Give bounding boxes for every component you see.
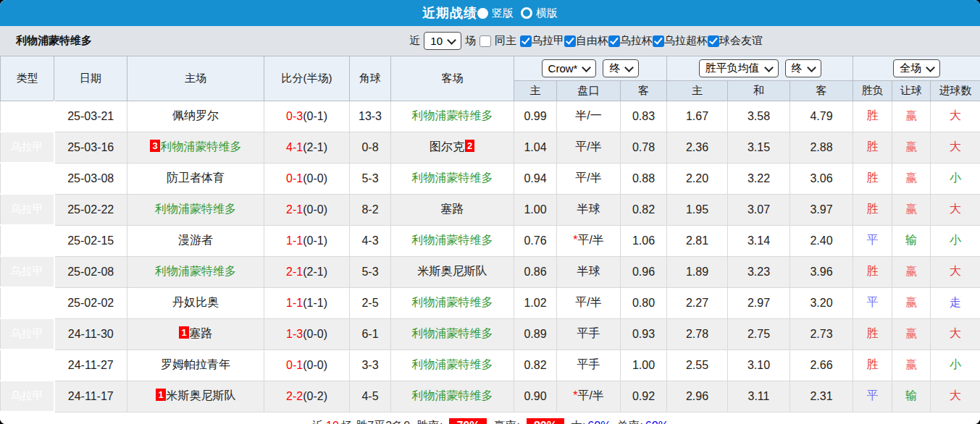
goals-result-cell: 走 (931, 287, 980, 318)
asian-home-odds-cell: 0.89 (514, 318, 557, 349)
layout-radio-label: 竖版 (492, 7, 514, 20)
halftime-score: (0-0) (303, 172, 327, 185)
team-name-text: 漫游者 (178, 234, 213, 246)
league-cell: 乌拉甲 (1, 381, 54, 412)
col-header-europe-home: 主 (667, 81, 728, 101)
league-label: 乌拉杯 (620, 34, 653, 48)
match-count-select[interactable]: 10 (424, 32, 461, 50)
asian-line-text: 平手 (577, 358, 600, 370)
filter-bar: 利物浦蒙特维多 近 10 场 同主 乌拉甲自由杯乌拉杯乌拉超杯球会友谊 (0, 26, 980, 56)
home-team-cell: 利物浦蒙特维多 (127, 256, 264, 287)
away-team-cell: 利物浦蒙特维多 (391, 287, 514, 318)
handicap-result-cell: 输 (892, 225, 931, 256)
away-team-cell: 图尔克2 (391, 132, 514, 163)
fulltime-score: 2-1 (286, 266, 303, 278)
layout-radio-selected[interactable] (477, 8, 488, 19)
asian-odds-group-header: Crow* 终 (514, 56, 667, 81)
team-name-text: 米斯奥尼斯队 (418, 265, 487, 277)
goals-result-cell: 小 (931, 225, 980, 256)
corner-cell: 5-3 (350, 256, 391, 287)
asian-away-odds-cell: 0.92 (621, 381, 667, 412)
games-label: 场 (465, 34, 476, 48)
match-row: 乌拉甲25-02-02丹奴比奥1-1(1-1)2-5利物浦蒙特维多1.02平/半… (1, 287, 980, 318)
halftime-score: (2-1) (303, 141, 327, 153)
match-row: 乌拉甲24-11-171米斯奥尼斯队2-2(0-2)4-5利物浦蒙特维多0.90… (1, 381, 980, 412)
asian-home-odds-cell: 1.04 (514, 132, 557, 163)
corner-cell: 6-1 (350, 318, 391, 349)
home-team-cell: 1塞路 (127, 318, 264, 349)
chevron-down-icon (807, 63, 816, 72)
league-checkbox[interactable] (708, 35, 719, 47)
team-name-text: 利物浦蒙特维多 (155, 265, 236, 277)
handicap-result-cell: 赢 (892, 101, 931, 132)
layout-radio-unselected[interactable] (521, 7, 532, 19)
league-cell: 乌拉甲 (1, 194, 54, 225)
europe-home-odds-cell: 1.95 (667, 194, 728, 225)
fulltime-score: 1-1 (286, 297, 303, 309)
asian-home-odds-cell: 0.99 (514, 101, 557, 132)
col-header-asian-line: 盘口 (557, 81, 621, 101)
league-checkbox[interactable] (564, 35, 576, 47)
asian-home-odds-cell: 1.00 (514, 194, 557, 225)
asian-line-text: 半/一 (575, 109, 601, 122)
europe-away-odds-cell: 2.73 (790, 318, 853, 349)
wdl-result-cell: 胜 (853, 318, 892, 349)
away-team-cell: 米斯奥尼斯队 (391, 256, 514, 287)
scope-select[interactable]: 全场 (893, 59, 940, 77)
europe-odds-group-header: 胜平负均值 终 (667, 56, 853, 81)
match-row: 乌拉甲25-03-163利物浦蒙特维多4-1(2-1)0-8图尔克21.04平/… (1, 132, 980, 163)
home-team-cell: 利物浦蒙特维多 (127, 194, 264, 225)
wdl-result-cell: 平 (853, 381, 892, 412)
asian-away-odds-cell: 0.93 (621, 318, 667, 349)
halftime-score: (2-1) (303, 266, 327, 278)
league-filter-group: 乌拉甲自由杯乌拉杯乌拉超杯球会友谊 (520, 34, 763, 48)
halftime-score: (0-0) (303, 328, 327, 340)
league-label: 乌拉甲 (532, 34, 564, 48)
goals-result-cell: 大 (931, 194, 980, 225)
europe-avg-select[interactable]: 胜平负均值 (699, 59, 779, 77)
panel-header: 近期战绩 竖版横版 (0, 0, 980, 26)
fulltime-score: 0-1 (286, 359, 303, 371)
league-checkbox[interactable] (520, 35, 532, 47)
team-name-text: 利物浦蒙特维多 (161, 140, 242, 153)
match-row: 乌拉甲24-11-27罗姆帕拉青年0-1(0-0)3-3利物浦蒙特维多0.82平… (1, 349, 980, 381)
date-cell: 25-03-08 (54, 163, 127, 194)
team-name-text: 防卫者体育 (167, 171, 225, 184)
red-card-badge: 2 (465, 140, 474, 152)
asian-home-odds-cell: 0.94 (514, 163, 557, 194)
asian-line-cell: 半球 (557, 194, 621, 225)
goals-result-cell: 大 (931, 101, 980, 132)
corner-cell: 8-2 (350, 194, 391, 225)
europe-draw-odds-cell: 3.15 (728, 132, 790, 163)
wdl-result-cell: 胜 (853, 163, 892, 194)
asian-away-odds-cell: 0.83 (621, 101, 667, 132)
europe-home-odds-cell: 2.27 (667, 287, 728, 318)
wdl-result-cell: 胜 (853, 349, 892, 381)
score-cell: 1-3(0-0) (264, 318, 350, 349)
odds-company-select[interactable]: Crow* (542, 59, 597, 77)
europe-home-odds-cell: 2.55 (667, 349, 728, 381)
summary-near-label: 近 (312, 419, 324, 424)
halftime-score: (0-0) (303, 359, 327, 371)
red-card-badge: 3 (150, 140, 159, 152)
asian-line-text: 平/半 (577, 389, 603, 402)
europe-final-select[interactable]: 终 (785, 59, 821, 77)
team-name-text: 塞路 (190, 327, 213, 339)
asian-line-cell: 平/半 (557, 132, 621, 163)
league-checkbox[interactable] (608, 35, 620, 47)
handicap-result-cell: 赢 (892, 287, 931, 318)
match-row: 乌拉甲24-11-301塞路1-3(0-0)6-1利物浦蒙特维多0.89平手0.… (1, 318, 980, 349)
europe-away-odds-cell: 4.79 (790, 101, 853, 132)
league-cell: 乌拉甲 (1, 256, 54, 287)
europe-draw-odds-cell: 3.58 (728, 101, 790, 132)
league-checkbox[interactable] (653, 35, 664, 47)
asian-line-text: 平/半 (575, 140, 601, 153)
goals-result-cell: 大 (931, 256, 980, 287)
date-cell: 25-02-22 (54, 194, 127, 225)
asian-final-select[interactable]: 终 (603, 59, 639, 77)
same-home-checkbox[interactable] (479, 35, 491, 47)
home-team-cell: 防卫者体育 (127, 163, 264, 194)
chevron-down-icon (764, 63, 774, 72)
europe-home-odds-cell: 2.36 (667, 132, 728, 163)
handicap-result-cell: 赢 (892, 194, 931, 225)
